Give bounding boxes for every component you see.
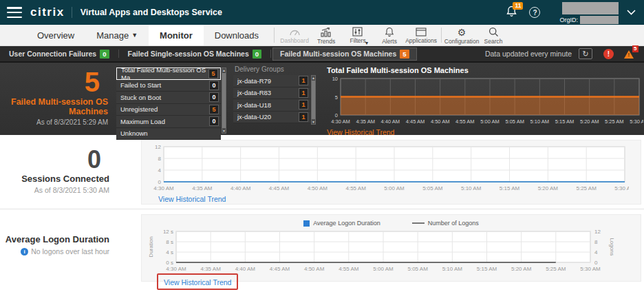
tool-dashboard[interactable]: Dashboard: [279, 25, 310, 45]
category-unknown[interactable]: Unknown: [116, 128, 221, 140]
filter-tab-user-connection-failures[interactable]: User Connection Failures 0: [1, 48, 117, 61]
delivery-group-row[interactable]: jx-data-R79 1: [233, 75, 310, 87]
svg-text:4:40 AM: 4:40 AM: [235, 266, 256, 272]
category-total-failed[interactable]: Total Failed Multi-session OS Ma... 5: [116, 67, 221, 80]
svg-text:4:55 AM: 4:55 AM: [455, 118, 475, 125]
sessions-section: 0 Sessions Connected As of 8/3/2021 5:30…: [0, 135, 644, 209]
svg-text:Duration: Duration: [148, 236, 154, 257]
svg-text:5:20 AM: 5:20 AM: [538, 185, 559, 191]
svg-text:5:30 AM: 5:30 AM: [580, 266, 601, 272]
count-badge: 0: [209, 92, 219, 102]
svg-text:8: 8: [158, 156, 162, 162]
notifications-button[interactable]: 11: [506, 6, 517, 20]
refresh-button[interactable]: ↻: [579, 48, 592, 59]
failed-machines-count: 5: [0, 67, 108, 97]
count-badge: 0: [209, 116, 219, 126]
chart-title: Total Failed Multi-session OS Machines: [327, 66, 643, 74]
view-historical-trend-link-logon[interactable]: View Historical Trend: [164, 278, 231, 286]
help-icon: ?: [533, 9, 537, 17]
svg-text:4:45 AM: 4:45 AM: [270, 266, 290, 272]
failure-category-list: Total Failed Multi-session OS Ma... 5 Fa…: [116, 67, 221, 135]
configuration-gear-icon: ⚙: [458, 28, 466, 37]
svg-text:5: 5: [335, 94, 338, 101]
count-badge: 0: [253, 50, 261, 59]
svg-text:12 s: 12 s: [163, 229, 173, 235]
app-title: Virtual Apps and Desktops Service: [80, 8, 222, 17]
view-historical-trend-link-sessions[interactable]: View Historical Trend: [158, 195, 226, 203]
tool-search[interactable]: Search: [477, 25, 509, 45]
logon-title: Average Logon Duration: [0, 234, 109, 244]
tab-manage[interactable]: Manage▼: [85, 25, 149, 45]
svg-text:5:00 AM: 5:00 AM: [480, 118, 500, 125]
failed-machines-panel: 5 Failed Multi-session OS Machines As of…: [0, 61, 644, 135]
delivery-groups-block: Delivery Groups jx-data-R79 1 jx-data-R8…: [233, 65, 320, 135]
hamburger-menu-icon[interactable]: [7, 7, 22, 18]
top-header: citrix Virtual Apps and Desktops Service…: [0, 0, 644, 25]
svg-text:5:10 AM: 5:10 AM: [461, 185, 482, 191]
org-id-label: OrgID:: [559, 17, 578, 23]
filter-tab-failed-multi-session[interactable]: Failed Multi-session OS Machines 5: [272, 48, 417, 61]
tool-applications[interactable]: Applications: [405, 25, 437, 45]
delivery-group-row[interactable]: jx-data-R83 1: [233, 87, 310, 100]
sessions-count: 0: [0, 146, 109, 174]
svg-text:5:00 AM: 5:00 AM: [373, 266, 394, 272]
tool-configuration[interactable]: ⚙ Configuration: [446, 25, 477, 45]
category-maximum-load[interactable]: Maximum Load 0: [116, 116, 221, 128]
svg-text:5:05 AM: 5:05 AM: [407, 266, 428, 272]
svg-text:4:35 AM: 4:35 AM: [192, 185, 213, 191]
category-stuck-on-boot[interactable]: Stuck on Boot 0: [116, 92, 221, 104]
scroll-down-icon: ▼: [312, 120, 315, 124]
filterbar-right: Data updated every minute ↻ ! ! 5: [485, 48, 644, 59]
tool-trends[interactable]: Trends: [310, 25, 342, 45]
sessions-summary: 0 Sessions Connected As of 8/3/2021 5:30…: [0, 135, 114, 209]
warning-alert-button[interactable]: ! 5: [623, 48, 637, 59]
svg-text:5:20 AM: 5:20 AM: [580, 118, 599, 125]
svg-text:4:55 AM: 4:55 AM: [339, 266, 359, 272]
tool-alerts[interactable]: Alerts: [374, 25, 405, 45]
view-historical-trend-link-machines[interactable]: View Historical Trend: [327, 128, 394, 136]
svg-text:5:15 AM: 5:15 AM: [555, 118, 575, 125]
account-area: OrgID:: [559, 1, 619, 24]
category-failed-to-start[interactable]: Failed to Start 0: [116, 80, 221, 92]
svg-text:12: 12: [155, 144, 161, 150]
nav-tabs: Overview Manage▼ Monitor Downloads: [26, 25, 270, 45]
error-icon: !: [608, 50, 610, 58]
tab-overview[interactable]: Overview: [26, 25, 85, 45]
chevron-down-icon: ▼: [131, 32, 138, 39]
filter-tab-failed-single-session[interactable]: Failed Single-session OS Machines 0: [120, 48, 270, 61]
legend-item-num-logons: Number of Logons: [412, 220, 479, 227]
logo-divider: [72, 7, 72, 18]
tab-monitor[interactable]: Monitor: [149, 25, 204, 45]
account-chevron-down-icon[interactable]: [627, 10, 636, 15]
category-unregistered[interactable]: Unregistered 5: [116, 104, 221, 116]
help-button[interactable]: ?: [529, 7, 540, 18]
svg-text:4: 4: [158, 167, 162, 174]
header-actions: 11 ? OrgID:: [506, 0, 644, 25]
logon-duration-chart: 4:30 AM4:35 AM4:40 AM4:45 AM4:50 AM4:55 …: [147, 229, 615, 273]
svg-text:8 s: 8 s: [166, 239, 173, 245]
delivery-groups-scrollbar[interactable]: ▲ ▼: [311, 75, 316, 125]
delivery-groups-list: jx-data-R79 1 jx-data-R83 1 jx-data-U18 …: [233, 75, 310, 123]
svg-text:4:45 AM: 4:45 AM: [269, 185, 290, 191]
toolbar-divider: [441, 28, 442, 43]
svg-text:0: 0: [594, 260, 598, 266]
svg-text:5:10 AM: 5:10 AM: [530, 118, 550, 125]
failed-machines-title: Failed Multi-session OS Machines: [0, 97, 108, 116]
annotation-highlight-box: View Historical Trend: [157, 273, 238, 290]
svg-text:0: 0: [158, 179, 162, 185]
svg-text:5:15 AM: 5:15 AM: [500, 185, 520, 191]
delivery-group-row[interactable]: jx-data-U20 1: [233, 112, 310, 124]
filters-icon: [352, 27, 363, 36]
category-list-scrollbar[interactable]: ▲ ▼: [222, 67, 226, 134]
svg-text:5:30 AM: 5:30 AM: [630, 118, 643, 125]
count-badge: 1: [299, 100, 308, 110]
logon-card: Average Logon Duration Number of Logons …: [141, 214, 641, 282]
svg-text:4:50 AM: 4:50 AM: [431, 118, 450, 125]
sessions-asof: As of 8/3/2021 5:30 AM: [0, 186, 109, 194]
tool-filters[interactable]: Filters ▼: [342, 25, 374, 45]
user-name-redacted: [562, 2, 619, 14]
tab-downloads[interactable]: Downloads: [204, 25, 270, 45]
delivery-group-row[interactable]: jx-data-U18 1: [233, 99, 310, 112]
count-badge: 5: [208, 69, 218, 79]
error-alert-button[interactable]: !: [603, 49, 614, 59]
